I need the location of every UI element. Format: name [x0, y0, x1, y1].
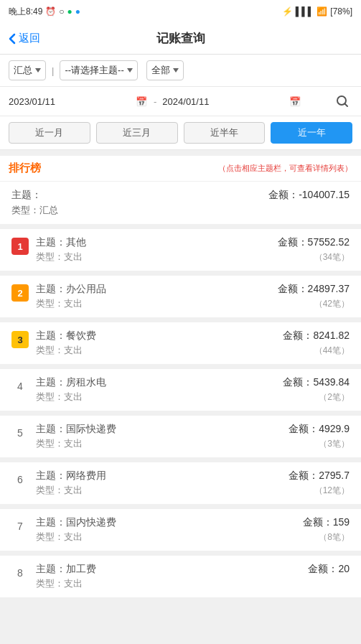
rank-content-4: 主题：国际快递费金额：4929.9类型：支出（3笔）: [36, 423, 350, 450]
rank-badge-5: 6: [11, 471, 29, 488]
rank-content-0: 主题：其他金额：57552.52类型：支出（34笔）: [36, 236, 350, 263]
rank-type-5: 类型：支出: [36, 484, 83, 497]
rank-item-3[interactable]: 4主题：房租水电金额：5439.84类型：支出（2笔）: [0, 369, 361, 411]
rank-amount-5: 金额：2795.7: [289, 470, 350, 482]
rank-top-row-4: 主题：国际快递费金额：4929.9: [36, 423, 350, 436]
end-date-input[interactable]: [162, 96, 283, 107]
type-filter-arrow: [35, 68, 41, 73]
period-btn-3[interactable]: 近一年: [271, 122, 352, 144]
wechat-icon: ●: [67, 6, 72, 17]
rank-item-7[interactable]: 8主题：加工费金额：20类型：支出: [0, 556, 361, 597]
rank-bot-row-1: 类型：支出（42笔）: [36, 297, 350, 310]
rank-top-row-0: 主题：其他金额：57552.52: [36, 236, 350, 249]
rank-badge-1: 2: [11, 284, 29, 302]
rank-item-4[interactable]: 5主题：国际快递费金额：4929.9类型：支出（3笔）: [0, 416, 361, 457]
rank-count-6: （8笔）: [319, 531, 350, 543]
rank-item-0[interactable]: 1主题：其他金额：57552.52类型：支出（34笔）: [0, 229, 361, 271]
period-btn-2[interactable]: 近半年: [184, 122, 266, 144]
time: 晚上8:49: [9, 6, 42, 18]
status-left: 晚上8:49 ⏰ ○ ● ●: [9, 6, 80, 18]
rank-bot-row-2: 类型：支出（44笔）: [36, 344, 350, 357]
rank-content-2: 主题：餐饮费金额：8241.82类型：支出（44笔）: [36, 330, 350, 357]
rank-amount-2: 金额：8241.82: [283, 330, 350, 342]
rank-count-5: （12笔）: [314, 485, 350, 497]
theme-filter[interactable]: --请选择主题--: [60, 60, 137, 80]
end-date-calendar-icon[interactable]: 📅: [289, 95, 301, 108]
date-row: 📅 - 📅: [0, 87, 361, 116]
rank-content-6: 主题：国内快递费金额：159类型：支出（8笔）: [36, 516, 350, 543]
rank-bot-row-7: 类型：支出: [36, 577, 350, 590]
alarm-icon: ⏰: [45, 6, 56, 17]
rank-badge-3: 4: [11, 378, 29, 395]
rank-badge-0: 1: [11, 238, 29, 255]
rank-count-0: （34笔）: [314, 251, 350, 263]
battery-icon: [78%]: [330, 6, 352, 17]
rank-badge-7: 8: [11, 564, 29, 582]
rank-count-4: （3笔）: [319, 438, 350, 450]
rank-theme-5: 主题：网络费用: [36, 470, 106, 482]
rank-type-1: 类型：支出: [36, 297, 83, 310]
start-date-input[interactable]: [9, 96, 129, 107]
summary-theme-label: 主题：: [11, 189, 42, 202]
rank-separator-5: [0, 504, 361, 505]
rank-type-7: 类型：支出: [36, 577, 83, 590]
rank-count-2: （44笔）: [314, 345, 350, 357]
rank-type-2: 类型：支出: [36, 344, 83, 357]
rank-type-3: 类型：支出: [36, 391, 83, 403]
rank-bot-row-4: 类型：支出（3笔）: [36, 437, 350, 450]
rank-type-4: 类型：支出: [36, 437, 83, 450]
type-filter[interactable]: 汇总: [9, 60, 46, 80]
start-date-calendar-icon[interactable]: 📅: [135, 95, 148, 108]
search-button[interactable]: [332, 91, 352, 111]
summary-type-line: 类型：汇总: [11, 204, 350, 217]
scope-filter-arrow: [173, 68, 179, 73]
rank-bot-row-0: 类型：支出（34笔）: [36, 251, 350, 263]
summary-amount: 金额：-104007.15: [268, 189, 350, 202]
rank-type-0: 类型：支出: [36, 251, 83, 263]
rank-type-6: 类型：支出: [36, 531, 83, 543]
rank-content-3: 主题：房租水电金额：5439.84类型：支出（2笔）: [36, 376, 350, 403]
rank-item-1[interactable]: 2主题：办公用品金额：24897.37类型：支出（42笔）: [0, 276, 361, 317]
signal-icon: ▌▌▌: [296, 6, 314, 17]
rank-separator-1: [0, 317, 361, 318]
rank-amount-7: 金额：20: [308, 563, 350, 576]
rank-amount-3: 金额：5439.84: [283, 376, 350, 389]
status-right: ⚡ ▌▌▌ 📶 [78%]: [282, 6, 352, 17]
summary-theme-line: 主题： 金额：-104007.15: [11, 189, 350, 202]
rank-badge-2: 3: [11, 331, 29, 348]
rank-content-7: 主题：加工费金额：20类型：支出: [36, 563, 350, 590]
rank-separator-6: [0, 551, 361, 551]
filter-row: 汇总 | --请选择主题-- 全部: [0, 55, 361, 87]
rank-theme-7: 主题：加工费: [36, 563, 96, 576]
rank-badge-4: 5: [11, 424, 29, 442]
rank-theme-4: 主题：国际快递费: [36, 423, 116, 436]
period-btn-0[interactable]: 近一月: [9, 122, 90, 144]
ranking-title: 排行榜: [9, 162, 41, 175]
rank-theme-2: 主题：餐饮费: [36, 330, 96, 342]
rank-list: 1主题：其他金额：57552.52类型：支出（34笔）2主题：办公用品金额：24…: [0, 229, 361, 598]
summary-row[interactable]: 主题： 金额：-104007.15 类型：汇总: [0, 181, 361, 225]
scope-filter[interactable]: 全部: [146, 60, 184, 80]
rank-content-5: 主题：网络费用金额：2795.7类型：支出（12笔）: [36, 470, 350, 497]
rank-item-5[interactable]: 6主题：网络费用金额：2795.7类型：支出（12笔）: [0, 462, 361, 504]
rank-count-3: （2笔）: [319, 391, 350, 403]
nav-bar: 返回 记账查询: [0, 23, 361, 55]
nav-title: 记账查询: [156, 30, 205, 47]
bluetooth-icon: ⚡: [282, 6, 293, 17]
rank-count-1: （42笔）: [314, 298, 350, 310]
rank-item-2[interactable]: 3主题：餐饮费金额：8241.82类型：支出（44笔）: [0, 322, 361, 364]
back-button[interactable]: 返回: [9, 32, 40, 45]
rank-separator-4: [0, 457, 361, 458]
rank-top-row-3: 主题：房租水电金额：5439.84: [36, 376, 350, 389]
rank-item-6[interactable]: 7主题：国内快递费金额：159类型：支出（8笔）: [0, 509, 361, 551]
rank-separator-0: [0, 271, 361, 271]
rank-top-row-2: 主题：餐饮费金额：8241.82: [36, 330, 350, 342]
back-label: 返回: [19, 32, 40, 45]
summary-type: 类型：汇总: [11, 204, 58, 217]
rank-separator-7: [0, 597, 361, 598]
wifi-icon: 📶: [317, 6, 327, 17]
main-content: 排行榜 （点击相应主题栏，可查看详情列表） 主题： 金额：-104007.15 …: [0, 150, 361, 604]
period-btn-1[interactable]: 近三月: [96, 122, 178, 144]
type-filter-label: 汇总: [14, 64, 32, 77]
theme-filter-arrow: [127, 68, 133, 73]
